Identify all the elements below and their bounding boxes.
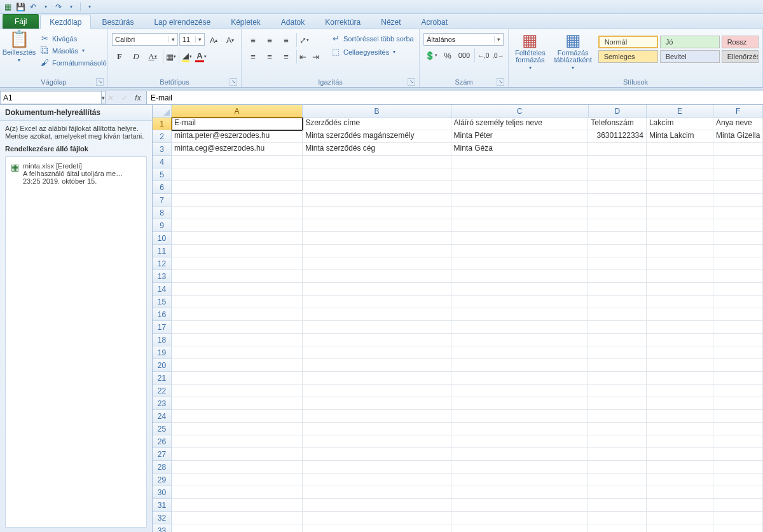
align-middle-button[interactable]: ≡ <box>262 33 277 47</box>
cell-B32[interactable] <box>303 512 451 524</box>
cell-E20[interactable] <box>647 359 713 372</box>
cell-D5[interactable] <box>588 168 647 181</box>
cell-C28[interactable] <box>451 461 589 474</box>
align-bottom-button[interactable]: ≡ <box>278 33 294 47</box>
align-right-button[interactable]: ≡ <box>278 50 294 64</box>
align-left-button[interactable]: ≡ <box>245 50 261 64</box>
row-header-11[interactable]: 11 <box>153 245 172 257</box>
cell-F18[interactable] <box>713 334 763 346</box>
cell-E17[interactable] <box>647 321 713 334</box>
cell-B11[interactable] <box>303 245 451 257</box>
cell-E25[interactable] <box>647 423 713 435</box>
cell-D3[interactable] <box>588 143 647 156</box>
cell-F3[interactable] <box>713 143 763 156</box>
cell-E26[interactable] <box>647 435 713 448</box>
cell-E4[interactable] <box>647 156 713 168</box>
cell-F23[interactable] <box>713 397 763 410</box>
cell-B26[interactable] <box>303 435 451 448</box>
cell-F11[interactable] <box>713 245 763 257</box>
cell-E16[interactable] <box>647 308 713 321</box>
cell-B15[interactable] <box>303 296 451 308</box>
row-header-20[interactable]: 20 <box>153 359 172 372</box>
tab-page-layout[interactable]: Lap elrendezése <box>144 15 220 29</box>
column-header-E[interactable]: E <box>647 105 713 118</box>
cell-B8[interactable] <box>303 207 451 219</box>
format-painter-button[interactable]: 🖌Formátummásoló <box>38 57 108 68</box>
row-header-18[interactable]: 18 <box>153 334 172 346</box>
cell-B1[interactable]: Szerződés címe <box>303 118 451 130</box>
cell-A26[interactable] <box>172 435 303 448</box>
cell-A14[interactable] <box>172 283 303 296</box>
cell-E11[interactable] <box>647 245 713 257</box>
row-header-22[interactable]: 22 <box>153 385 172 397</box>
cell-D20[interactable] <box>588 359 647 372</box>
cut-button[interactable]: ✂Kivágás <box>38 33 108 44</box>
row-header-17[interactable]: 17 <box>153 321 172 334</box>
cell-C21[interactable] <box>451 372 589 385</box>
cell-C6[interactable] <box>451 181 589 194</box>
cell-E32[interactable] <box>647 512 713 524</box>
cell-D17[interactable] <box>588 321 647 334</box>
cell-A33[interactable] <box>172 524 303 532</box>
cell-F4[interactable] <box>713 156 763 168</box>
cell-C14[interactable] <box>451 283 589 296</box>
cell-B10[interactable] <box>303 232 451 245</box>
cell-A30[interactable] <box>172 486 303 499</box>
cell-style-normal[interactable]: Normál <box>598 36 658 48</box>
cell-C10[interactable] <box>451 232 589 245</box>
cell-D12[interactable] <box>588 257 647 270</box>
cell-C8[interactable] <box>451 207 589 219</box>
cell-B12[interactable] <box>303 257 451 270</box>
cell-C23[interactable] <box>451 397 589 410</box>
comma-format-button[interactable]: 000 <box>457 48 472 62</box>
cell-B13[interactable] <box>303 270 451 283</box>
cell-B18[interactable] <box>303 334 451 346</box>
undo-more-icon[interactable]: ▾ <box>41 2 51 12</box>
cell-D9[interactable] <box>588 219 647 232</box>
cell-B21[interactable] <box>303 372 451 385</box>
cell-D11[interactable] <box>588 245 647 257</box>
cell-F24[interactable] <box>713 410 763 423</box>
row-header-30[interactable]: 30 <box>153 486 172 499</box>
cell-B4[interactable] <box>303 156 451 168</box>
cell-A17[interactable] <box>172 321 303 334</box>
cell-D6[interactable] <box>588 181 647 194</box>
cell-B6[interactable] <box>303 181 451 194</box>
cell-C19[interactable] <box>451 346 589 359</box>
cell-F9[interactable] <box>713 219 763 232</box>
row-header-28[interactable]: 28 <box>153 461 172 474</box>
merge-cells-button[interactable]: ⬚Cellaegyesítés▾ <box>329 46 415 57</box>
row-header-31[interactable]: 31 <box>153 499 172 512</box>
copy-button[interactable]: ⿻Másolás▾ <box>38 45 108 56</box>
row-header-16[interactable]: 16 <box>153 308 172 321</box>
cell-C32[interactable] <box>451 512 589 524</box>
cell-F27[interactable] <box>713 448 763 461</box>
redo-icon[interactable]: ↷ <box>53 2 64 12</box>
cell-A6[interactable] <box>172 181 303 194</box>
cell-C3[interactable]: Minta Géza <box>451 143 589 156</box>
cell-E30[interactable] <box>647 486 713 499</box>
row-header-12[interactable]: 12 <box>153 257 172 270</box>
cell-B14[interactable] <box>303 283 451 296</box>
cell-A25[interactable] <box>172 423 303 435</box>
row-header-33[interactable]: 33 <box>153 524 172 532</box>
cell-F1[interactable]: Anya neve <box>713 118 763 130</box>
cell-E22[interactable] <box>647 385 713 397</box>
cell-B23[interactable] <box>303 397 451 410</box>
row-header-25[interactable]: 25 <box>153 423 172 435</box>
cell-B9[interactable] <box>303 219 451 232</box>
cell-E12[interactable] <box>647 257 713 270</box>
cell-A19[interactable] <box>172 346 303 359</box>
decrease-indent-button[interactable]: ⇤ <box>296 50 306 64</box>
cell-C1[interactable]: Aláíró személy teljes neve <box>451 118 589 130</box>
enter-formula-icon[interactable]: ✓ <box>118 93 130 102</box>
cell-E3[interactable] <box>647 143 713 156</box>
increase-decimal-button[interactable]: ←,0 <box>474 48 489 62</box>
cell-A21[interactable] <box>172 372 303 385</box>
cell-A29[interactable] <box>172 474 303 486</box>
conditional-formatting-button[interactable]: ▦ Feltételes formázás ▾ <box>512 32 548 71</box>
cell-D23[interactable] <box>588 397 647 410</box>
cell-E15[interactable] <box>647 296 713 308</box>
cell-B22[interactable] <box>303 385 451 397</box>
column-header-F[interactable]: F <box>713 105 763 118</box>
